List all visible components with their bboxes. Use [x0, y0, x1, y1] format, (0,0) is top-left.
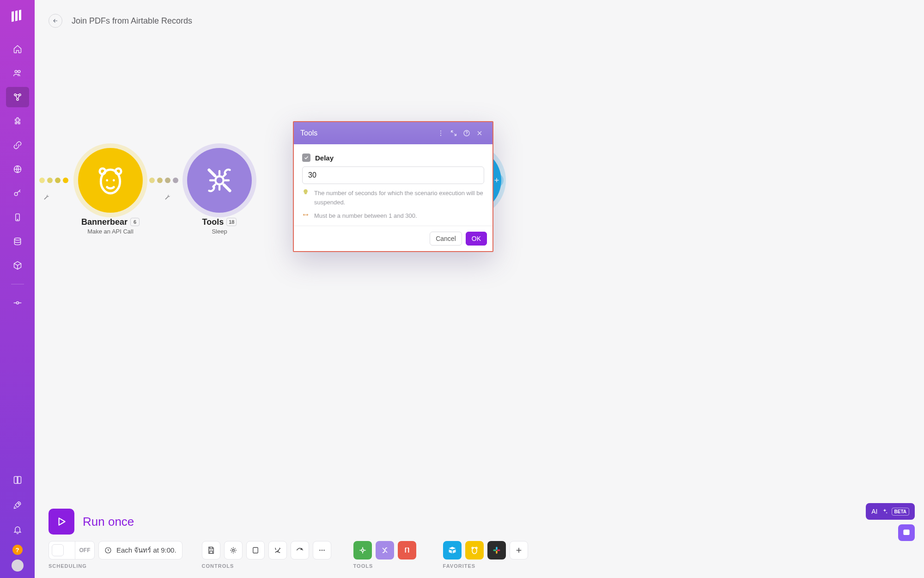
svg-point-21: [440, 130, 441, 131]
schedule-toggle[interactable]: OFF: [49, 541, 95, 560]
nav-commit[interactable]: [6, 293, 29, 313]
node-subtitle: Sleep: [173, 228, 266, 235]
svg-point-12: [14, 238, 20, 240]
nav-database[interactable]: [6, 231, 29, 252]
topbar: Join PDFs from Airtable Records: [35, 0, 924, 28]
fav-add[interactable]: [510, 541, 528, 560]
nav-apps[interactable]: [6, 111, 29, 131]
schedule-description[interactable]: Each จันทร์ at 9:00.: [98, 541, 182, 560]
control-save[interactable]: [202, 541, 220, 560]
delay-input[interactable]: [302, 166, 484, 184]
nav-keys[interactable]: [6, 183, 29, 203]
section-label: CONTROLS: [202, 563, 331, 569]
svg-point-16: [100, 168, 105, 174]
svg-rect-41: [497, 549, 500, 551]
nav-book[interactable]: [6, 470, 29, 490]
svg-point-36: [472, 547, 473, 548]
svg-rect-2: [19, 10, 21, 20]
tool-flow[interactable]: [353, 541, 372, 560]
user-avatar[interactable]: [12, 560, 24, 572]
nav-cube[interactable]: [6, 255, 29, 276]
svg-point-23: [440, 135, 441, 136]
svg-point-7: [16, 98, 18, 100]
field-label: Delay: [315, 154, 334, 162]
svg-point-32: [321, 550, 322, 551]
lightbulb-icon: [302, 189, 310, 207]
canvas[interactable]: Join PDFs from Airtable Records Bannerbe…: [35, 0, 924, 578]
hint-text: The number of seconds for which the scen…: [314, 189, 484, 207]
svg-point-33: [323, 550, 324, 551]
node-bannerbear[interactable]: [78, 148, 143, 213]
node-title: Bannerbear6: [81, 217, 140, 227]
back-button[interactable]: [49, 14, 62, 28]
svg-rect-0: [12, 11, 14, 22]
svg-point-37: [475, 547, 477, 548]
wrench-icon[interactable]: [43, 194, 49, 203]
app-logo[interactable]: [9, 8, 26, 25]
svg-point-5: [14, 94, 16, 96]
range-icon: [302, 211, 310, 221]
run-label: Run once: [83, 515, 134, 529]
svg-point-11: [17, 219, 18, 220]
section-label: FAVORITES: [443, 563, 528, 569]
control-explain[interactable]: [291, 541, 309, 560]
svg-point-9: [14, 192, 18, 196]
node-tools[interactable]: [187, 148, 252, 213]
svg-point-14: [18, 503, 19, 504]
cancel-button[interactable]: Cancel: [430, 232, 462, 246]
svg-rect-40: [496, 551, 497, 554]
svg-point-19: [113, 179, 115, 182]
bottom-bar: Run once OFF Each จันทร์ at 9:00.: [35, 509, 924, 578]
fav-airtable[interactable]: [443, 541, 462, 560]
fav-bannerbear[interactable]: [465, 541, 484, 560]
help-icon[interactable]: [460, 127, 473, 140]
control-notes[interactable]: [246, 541, 265, 560]
node-count: 18: [226, 218, 237, 226]
svg-point-17: [116, 168, 121, 174]
nav-team[interactable]: [6, 63, 29, 83]
nav-home[interactable]: [6, 39, 29, 59]
close-icon[interactable]: [473, 127, 486, 140]
nav-mobile[interactable]: [6, 207, 29, 228]
control-auto[interactable]: [268, 541, 287, 560]
expand-icon[interactable]: [447, 127, 460, 140]
page-title[interactable]: Join PDFs from Airtable Records: [72, 16, 192, 26]
sidebar: ?: [0, 0, 35, 578]
nav-globe[interactable]: [6, 159, 29, 179]
ok-button[interactable]: OK: [466, 232, 487, 246]
svg-point-18: [106, 179, 108, 182]
tools-modal: Tools Delay The number of seconds for wh…: [293, 121, 493, 252]
node-title: Tools18: [202, 217, 237, 227]
section-label: SCHEDULING: [49, 563, 182, 569]
svg-rect-39: [493, 549, 496, 551]
svg-point-4: [18, 70, 20, 73]
svg-point-6: [18, 94, 20, 96]
delay-checkbox[interactable]: [302, 154, 310, 162]
wrench-icon[interactable]: [164, 194, 170, 203]
hint-text: Must be a number between 1 and 300.: [314, 211, 417, 221]
svg-point-29: [232, 549, 234, 552]
more-icon[interactable]: [434, 127, 447, 140]
help-badge[interactable]: ?: [12, 545, 23, 555]
section-label: TOOLS: [353, 563, 416, 569]
tool-text[interactable]: [398, 541, 416, 560]
sidebar-nav: [6, 39, 29, 313]
clock-icon: [104, 547, 112, 554]
node-count: 6: [130, 218, 140, 226]
svg-point-25: [466, 135, 467, 135]
nav-scenarios[interactable]: [6, 87, 29, 107]
svg-rect-38: [496, 547, 497, 550]
control-settings[interactable]: [224, 541, 243, 560]
fav-slack[interactable]: [487, 541, 506, 560]
svg-point-20: [215, 176, 224, 184]
nav-links[interactable]: [6, 135, 29, 155]
tool-tools[interactable]: [376, 541, 394, 560]
run-button[interactable]: [49, 509, 74, 535]
control-more[interactable]: [313, 541, 331, 560]
nav-bell[interactable]: [6, 520, 29, 540]
nav-rocket[interactable]: [6, 495, 29, 515]
svg-rect-30: [253, 547, 258, 553]
svg-point-3: [15, 70, 17, 73]
svg-point-34: [361, 549, 364, 552]
svg-point-13: [16, 302, 18, 304]
